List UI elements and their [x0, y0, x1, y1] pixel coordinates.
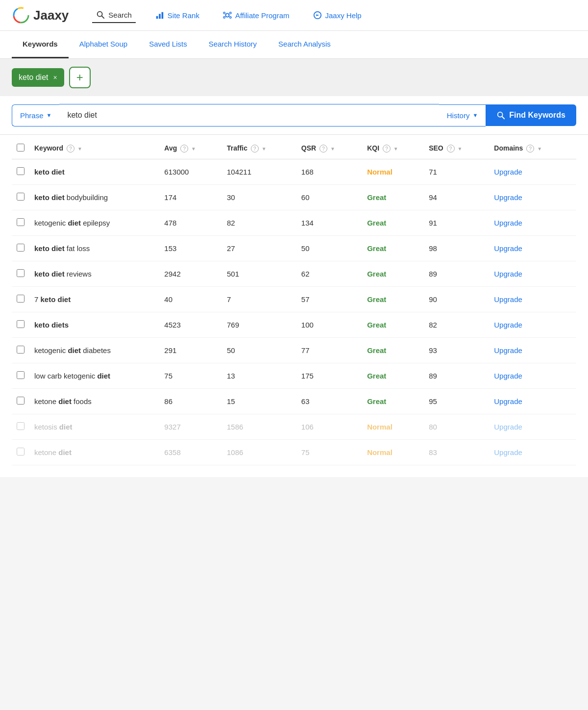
traffic-cell: 769: [222, 312, 296, 338]
upgrade-link[interactable]: Upgrade: [494, 168, 522, 176]
row-select-cell: [12, 261, 29, 287]
qsr-cell: 100: [296, 312, 362, 338]
avg-help-icon[interactable]: ?: [180, 145, 188, 152]
help-icon: [313, 11, 322, 20]
table-row: keto diet fat loss1532750Great98Upgrade: [12, 236, 576, 261]
upgrade-link[interactable]: Upgrade: [494, 397, 522, 406]
domains-sort-icon[interactable]: ▼: [537, 146, 542, 152]
seo-help-icon[interactable]: ?: [447, 145, 455, 152]
upgrade-link[interactable]: Upgrade: [494, 244, 522, 253]
row-checkbox[interactable]: [17, 218, 24, 226]
logo[interactable]: Jaaxy: [12, 6, 69, 25]
domains-cell: Upgrade: [489, 287, 576, 312]
select-all-header: [12, 135, 29, 159]
qsr-sort-icon[interactable]: ▼: [330, 146, 335, 152]
row-checkbox[interactable]: [17, 193, 24, 201]
traffic-cell: 104211: [222, 159, 296, 185]
history-dropdown-button[interactable]: History ▼: [439, 104, 486, 127]
tag-close-button[interactable]: ×: [53, 74, 57, 81]
tab-saved-lists[interactable]: Saved Lists: [138, 31, 198, 58]
keyword-help-icon[interactable]: ?: [67, 145, 74, 152]
traffic-help-icon[interactable]: ?: [251, 145, 259, 152]
traffic-cell: 501: [222, 261, 296, 287]
qsr-help-icon[interactable]: ?: [319, 145, 327, 152]
tab-alphabet-soup[interactable]: Alphabet Soup: [69, 31, 138, 58]
svg-rect-6: [156, 16, 158, 19]
upgrade-link[interactable]: Upgrade: [494, 295, 522, 304]
domains-cell: Upgrade: [489, 363, 576, 389]
nav-site-rank[interactable]: Site Rank: [151, 8, 203, 23]
traffic-sort-icon[interactable]: ▼: [262, 146, 267, 152]
nav-jaaxy-help[interactable]: Jaaxy Help: [309, 8, 366, 23]
tab-search-analysis[interactable]: Search Analysis: [268, 31, 342, 58]
seo-sort-icon[interactable]: ▼: [458, 146, 463, 152]
row-checkbox[interactable]: [17, 448, 24, 456]
search-nav-icon: [96, 10, 105, 19]
upgrade-link[interactable]: Upgrade: [494, 193, 522, 202]
keyword-search-input[interactable]: [59, 104, 439, 127]
domains-cell: Upgrade: [489, 210, 576, 236]
svg-line-21: [502, 117, 505, 119]
upgrade-link[interactable]: Upgrade: [494, 346, 522, 355]
row-select-cell: [12, 210, 29, 236]
seo-cell: 83: [424, 440, 489, 465]
qsr-cell: 134: [296, 210, 362, 236]
kqi-cell: Great: [362, 338, 424, 363]
main-content: Keyword ? ▼ Avg ? ▼ Traffic ? ▼: [0, 135, 588, 477]
upgrade-link[interactable]: Upgrade: [494, 372, 522, 380]
kqi-sort-icon[interactable]: ▼: [393, 146, 398, 152]
upgrade-link[interactable]: Upgrade: [494, 423, 522, 431]
nav-search[interactable]: Search: [92, 7, 136, 23]
find-keywords-button[interactable]: Find Keywords: [486, 104, 576, 126]
row-select-cell: [12, 312, 29, 338]
row-checkbox[interactable]: [17, 167, 24, 175]
svg-point-11: [229, 12, 231, 14]
row-checkbox[interactable]: [17, 295, 24, 303]
row-checkbox[interactable]: [17, 422, 24, 430]
seo-cell: 89: [424, 363, 489, 389]
kqi-cell: Great: [362, 185, 424, 210]
upgrade-link[interactable]: Upgrade: [494, 321, 522, 329]
tab-keywords[interactable]: Keywords: [12, 31, 69, 58]
domains-help-icon[interactable]: ?: [526, 145, 534, 152]
tag-area: keto diet × +: [0, 59, 588, 96]
row-select-cell: [12, 389, 29, 414]
kqi-cell: Normal: [362, 440, 424, 465]
row-select-cell: [12, 363, 29, 389]
kqi-help-icon[interactable]: ?: [383, 145, 391, 152]
svg-rect-7: [159, 14, 161, 19]
site-rank-icon: [155, 11, 164, 20]
add-keyword-button[interactable]: +: [69, 67, 91, 88]
kqi-cell: Normal: [362, 414, 424, 440]
qsr-cell: 168: [296, 159, 362, 185]
logo-icon: [12, 6, 30, 25]
avg-sort-icon[interactable]: ▼: [191, 146, 196, 152]
table-header-row: Keyword ? ▼ Avg ? ▼ Traffic ? ▼: [12, 135, 576, 159]
avg-cell: 2942: [159, 261, 222, 287]
seo-cell: 91: [424, 210, 489, 236]
upgrade-link[interactable]: Upgrade: [494, 270, 522, 278]
logo-text: Jaaxy: [33, 8, 69, 23]
seo-cell: 71: [424, 159, 489, 185]
nav-affiliate-program[interactable]: Affiliate Program: [219, 8, 294, 23]
row-checkbox[interactable]: [17, 269, 24, 277]
kqi-cell: Normal: [362, 159, 424, 185]
phrase-dropdown-button[interactable]: Phrase ▼: [12, 104, 59, 127]
svg-point-12: [223, 17, 225, 19]
row-checkbox[interactable]: [17, 320, 24, 328]
row-checkbox[interactable]: [17, 346, 24, 354]
keyword-cell: keto diets: [29, 312, 159, 338]
upgrade-link[interactable]: Upgrade: [494, 448, 522, 456]
tab-search-history[interactable]: Search History: [198, 31, 268, 58]
select-all-checkbox[interactable]: [17, 144, 24, 152]
row-checkbox[interactable]: [17, 244, 24, 252]
seo-cell: 90: [424, 287, 489, 312]
row-checkbox[interactable]: [17, 371, 24, 379]
kqi-cell: Great: [362, 261, 424, 287]
keyword-sort-icon[interactable]: ▼: [77, 146, 82, 152]
row-checkbox[interactable]: [17, 397, 24, 405]
seo-cell: 93: [424, 338, 489, 363]
kqi-cell: Great: [362, 236, 424, 261]
svg-rect-8: [161, 12, 163, 19]
upgrade-link[interactable]: Upgrade: [494, 219, 522, 227]
